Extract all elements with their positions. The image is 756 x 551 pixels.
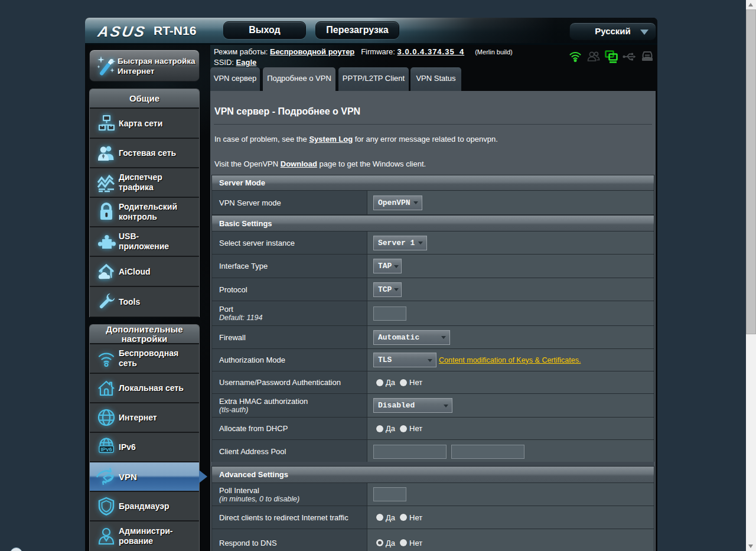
svg-text:IPv6: IPv6 [100, 446, 112, 452]
